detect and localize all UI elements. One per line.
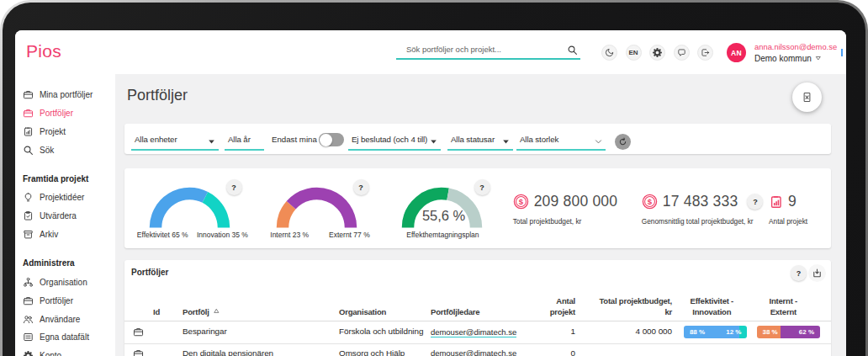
bar-segment-label: 88 % [690,326,705,338]
clipboard-check-icon [23,210,34,221]
help-button[interactable]: ? [226,179,242,195]
chart-board-icon [23,126,34,137]
filter-select-alla-storlek[interactable]: Alla storlek [516,129,606,151]
sidebar-item-label: Egna datafält [40,332,89,342]
sidebar-item-projektid-er[interactable]: Projektidéer [15,188,115,206]
sidebar-item-portf-ljer[interactable]: Portföljer [15,291,115,310]
sidebar-item-projekt[interactable]: Projekt [15,123,115,141]
org-tree-icon [23,277,34,288]
gear-icon [23,350,34,356]
help-button[interactable]: ? [747,194,763,210]
effektivitet-innovation-bar: 88 %12 % [684,326,748,338]
logout-icon [701,48,710,57]
sidebar-item-s-k[interactable]: Sök [15,141,115,160]
cell-budget: 4 000 000 [605,327,672,336]
column-header-id[interactable]: Id [145,306,160,317]
scrollbar-thumb[interactable] [841,49,843,56]
chevron-down-icon [815,54,822,63]
stats-card: Effektivitet 65 %Innovation 35 %?Internt… [124,168,831,248]
table-header-divider [124,321,831,321]
page-title: Portföljer [127,87,188,104]
caret-down-icon [429,135,438,150]
column-header-projects[interactable]: Antal projekt [525,295,575,317]
help-button[interactable]: ? [353,179,369,195]
logout-button[interactable] [697,45,713,61]
filter-select-alla-enheter[interactable]: Alla enheter [131,129,219,151]
sidebar-item-konto[interactable]: Konto [15,347,115,356]
internt-externt-bar: 38 %62 % [757,326,821,338]
sidebar: Mina portföljerPortföljerProjektSökFramt… [15,74,115,356]
app-logo[interactable]: Pios [26,41,61,61]
organization-menu[interactable]: Demo kommun [754,54,837,63]
sidebar-section-header: Administrera [23,258,75,268]
archive-icon [23,229,34,240]
cell-leader-link[interactable]: demouser@dimatech.se [431,348,516,356]
sidebar-item-label: Portföljer [40,296,73,306]
sidebar-item-label: Projektidéer [40,193,84,202]
stat-genomsnittlig-total-projektbudget-kr: $17 483 333?Genomsnittlig total projektb… [642,193,764,226]
help-button[interactable]: ? [791,265,807,281]
user-email: anna.nilsson@demo.se [754,42,837,51]
caret-down-icon [207,135,216,150]
filter-select-alla-r[interactable]: Alla år [225,129,264,151]
sidebar-item-label: Portföljer [40,109,73,118]
stat-value: 209 800 000 [534,193,618,210]
bar-segment-label: 12 % [726,326,741,338]
stat-label: Antal projekt [769,217,807,226]
cell-projects: 0 [542,348,575,356]
stat-label: Genomsnittlig total projektbudget, kr [642,217,764,226]
avatar[interactable]: AN [727,43,746,62]
lightbulb-icon [23,192,34,203]
sidebar-item-arkiv[interactable]: Arkiv [15,225,115,243]
briefcase-icon [133,327,144,337]
column-header-portfolio[interactable]: Portfölj [183,306,220,317]
sidebar-item-label: Sök [40,146,54,155]
export-excel-button[interactable] [792,82,822,112]
column-header-budget[interactable]: Total projektbudget, kr [580,295,672,317]
bar-segment-label: 62 % [799,326,814,338]
toggle-knob [320,134,332,146]
coin-icon: $ [513,194,529,210]
settings-button[interactable] [649,45,665,61]
bar-segment-label: 38 % [763,326,778,338]
cell-portfolio: Den digitala pensionären [183,348,273,356]
filter-select-alla-statusar[interactable]: Alla statusar [447,129,513,151]
cell-leader-link[interactable]: demouser@dimatech.se [431,327,516,337]
sidebar-section-header: Framtida projekt [23,174,88,183]
app-window: Pios Sök portföljer och projekt... EN AN… [15,30,846,356]
sidebar-item-egna-dataf-lt[interactable]: Egna datafält [15,328,115,347]
stat-value: 9 [788,193,797,210]
stat-total-projektbudget-kr: $209 800 000Total projektbudget, kr [513,193,618,226]
filter-select-ej-beslutad-och-4-till-[interactable]: Ej beslutad (och 4 till) [348,129,441,151]
sidebar-item-mina-portf-ljer[interactable]: Mina portföljer [15,85,115,104]
gauge-center-value: 55,6 % [422,208,465,224]
briefcase-icon [23,295,34,306]
column-header-int-ext[interactable]: Internt - Externt [770,295,798,317]
only-mine-toggle[interactable] [319,133,344,146]
users-icon [23,314,34,325]
search-icon[interactable] [567,44,578,59]
column-header-leader[interactable]: Portföljledare [431,306,479,317]
filter-select-value: Ej beslutad (och 4 till) [352,135,427,144]
help-button[interactable]: ? [474,179,490,195]
export-table-button[interactable] [808,264,826,282]
sidebar-item-anv-ndare[interactable]: Användare [15,310,115,328]
filter-select-value: Alla enheter [135,135,177,144]
feedback-button[interactable] [674,45,690,61]
filter-select-value: Alla storlek [520,135,558,144]
sidebar-item-portf-ljer[interactable]: Portföljer [15,104,115,122]
topbar-icon-buttons: EN [601,45,713,61]
search-input[interactable]: Sök portföljer och projekt... [396,41,580,60]
sidebar-item-utv-rdera[interactable]: Utvärdera [15,207,115,226]
dark-mode-button[interactable] [601,45,617,61]
column-header-organisation[interactable]: Organisation [339,306,386,317]
refresh-button[interactable] [615,134,631,150]
speech-bubble-icon [677,48,686,57]
sidebar-item-organisation[interactable]: Organisation [15,274,115,292]
main-content: Portföljer Alla enheterAlla årEj besluta… [115,74,846,356]
caret-down-icon [501,135,511,150]
language-button[interactable]: EN [626,45,642,61]
top-bar: Pios Sök portföljer och projekt... EN AN… [15,30,846,74]
column-header-eff-inn[interactable]: Effektivitet - Innovation [691,295,734,317]
briefcase-icon [23,89,34,100]
